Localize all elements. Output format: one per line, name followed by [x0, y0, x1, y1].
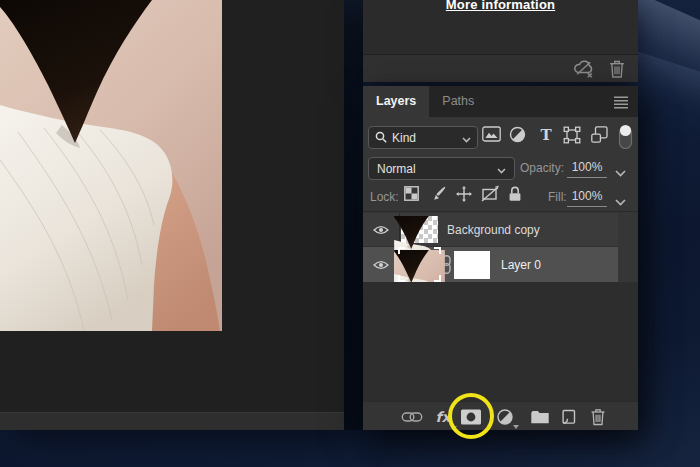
fill-value[interactable]: 100% — [567, 189, 607, 207]
layer-mask-thumbnail[interactable] — [454, 251, 490, 279]
panel-tabbar: Layers Paths — [363, 86, 638, 117]
layer-filter-kind-dropdown[interactable]: Kind — [368, 126, 478, 149]
filter-kind-label: Kind — [392, 131, 416, 145]
fill-chevron-icon[interactable] — [615, 192, 626, 210]
layer-styles-icon[interactable]: fx — [435, 409, 450, 425]
tab-layers[interactable]: Layers — [363, 86, 429, 117]
panel-menu-icon[interactable] — [613, 95, 629, 113]
opacity-chevron-icon[interactable] — [615, 163, 626, 181]
new-group-icon[interactable] — [531, 410, 550, 424]
lock-position-icon[interactable] — [456, 186, 472, 206]
layer-name[interactable]: Background copy — [447, 223, 540, 237]
blend-mode-value: Normal — [377, 162, 416, 176]
filter-toggle-switch[interactable] — [618, 123, 633, 154]
layer-row-layer-0[interactable]: Layer 0 — [363, 247, 618, 282]
new-layer-icon[interactable] — [561, 410, 576, 425]
layer-styles-menu-arrow[interactable] — [451, 426, 457, 430]
layer-list-empty-area — [363, 282, 638, 401]
opacity-value[interactable]: 100% — [567, 160, 607, 178]
window-gap-shadow — [344, 0, 363, 430]
filter-smart-objects-icon[interactable] — [591, 126, 608, 147]
lock-transparent-pixels-icon[interactable] — [404, 186, 419, 205]
filter-shape-layers-icon[interactable] — [563, 126, 581, 148]
add-layer-mask-icon[interactable] — [461, 409, 482, 425]
lock-label: Lock: — [370, 190, 399, 204]
chevron-down-icon — [462, 129, 471, 147]
delete-layer-icon[interactable] — [591, 409, 606, 426]
search-icon — [375, 129, 387, 147]
panel-divider — [363, 211, 638, 212]
delete-icon[interactable] — [609, 60, 625, 78]
layer-list: Background copy Layer 0 — [363, 213, 618, 282]
tab-paths[interactable]: Paths — [429, 86, 487, 117]
fill-label: Fill: — [548, 190, 567, 204]
filter-type-layers-icon[interactable]: T — [539, 126, 553, 147]
document-window — [0, 0, 344, 430]
adjustment-fill-layer-icon[interactable] — [497, 409, 514, 426]
layers-panel: Layers Paths Kind — [363, 86, 638, 430]
svg-text:T: T — [540, 126, 552, 144]
link-layers-icon[interactable] — [402, 412, 423, 422]
lock-image-pixels-icon[interactable] — [430, 186, 446, 206]
layers-footer-bar: fx — [363, 401, 638, 430]
chevron-down-icon — [497, 160, 506, 178]
desktop: More information Layers Paths — [0, 0, 700, 467]
filter-pixel-layers-icon[interactable] — [482, 126, 501, 146]
info-panel-footer — [363, 54, 638, 82]
lock-artboards-icon[interactable] — [481, 186, 499, 206]
filter-adjustment-layers-icon[interactable] — [509, 126, 526, 147]
cloud-sync-disabled-icon[interactable] — [573, 59, 594, 78]
document-status-bar — [0, 412, 344, 430]
layer-thumbnail-selected[interactable] — [401, 250, 438, 279]
blend-mode-dropdown[interactable]: Normal — [368, 157, 515, 180]
more-information-link[interactable]: More information — [363, 0, 638, 12]
info-panel: More information — [363, 0, 638, 82]
layer-row-background-copy[interactable]: Background copy — [363, 213, 618, 247]
layer-thumbnail[interactable] — [401, 216, 438, 243]
adjustment-menu-arrow[interactable] — [513, 425, 519, 429]
opacity-label: Opacity: — [520, 161, 564, 175]
canvas-photo — [0, 0, 222, 331]
lock-all-icon[interactable] — [508, 186, 522, 206]
layer-name[interactable]: Layer 0 — [501, 258, 541, 272]
